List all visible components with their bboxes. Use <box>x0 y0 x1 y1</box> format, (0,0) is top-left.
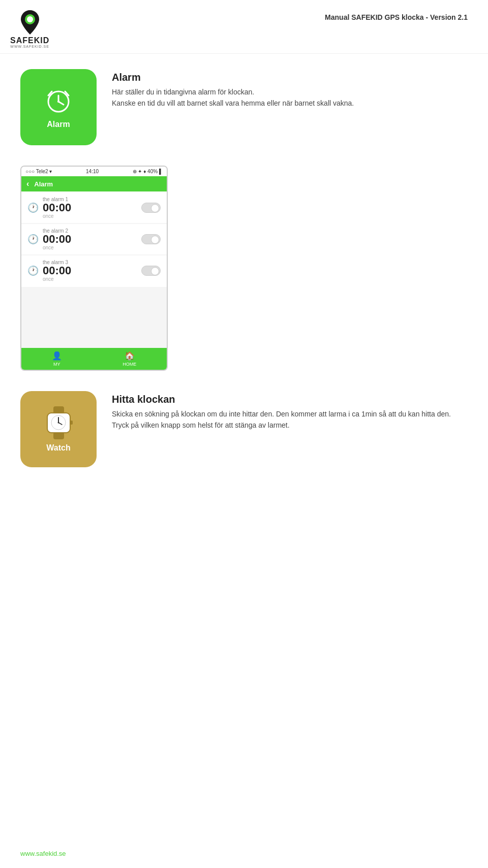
footer-url: www.safekid.se <box>20 850 66 857</box>
phone-screen-title: Alarm <box>34 180 53 188</box>
alarm-section: Alarm Alarm Här ställer du in tidangivna… <box>20 69 468 145</box>
alarm-icon-box: Alarm <box>20 69 97 145</box>
svg-rect-8 <box>53 406 64 413</box>
watch-section-title: Hitta klockan <box>112 394 468 405</box>
phone-nav-bar: ‹ Alarm <box>21 176 167 191</box>
alarm-item-1[interactable]: 🕐 the alarm 1 00:00 once <box>21 192 167 223</box>
status-icons: ⊕ ✦ ♦ 40% ▌ <box>133 169 163 174</box>
alarm-3-time: 00:00 <box>43 265 71 276</box>
phone-empty-area <box>21 287 167 348</box>
logo-sub: WWW.SAFEKID.SE <box>10 45 49 48</box>
phone-mockup: ○○○ Tele2 ▾ 14:10 ⊕ ✦ ♦ 40% ▌ ‹ Alarm 🕐 … <box>20 166 168 371</box>
svg-point-14 <box>57 422 59 423</box>
alarm-section-title: Alarm <box>112 72 468 83</box>
alarm-2-toggle[interactable] <box>141 234 161 244</box>
alarm-item-2-left: 🕐 the alarm 2 00:00 once <box>27 228 71 250</box>
manual-title: Manual SAFEKID GPS klocka - Version 2.1 <box>325 9 468 21</box>
alarm-section-body: Här ställer du in tidangivna alarm för k… <box>112 86 468 109</box>
svg-point-5 <box>57 101 59 103</box>
back-arrow-icon[interactable]: ‹ <box>26 179 29 188</box>
alarm-clock-icon <box>43 85 74 116</box>
status-carrier: ○○○ Tele2 ▾ <box>25 169 52 174</box>
phone-nav-home-label: HOME <box>123 362 136 367</box>
watch-icon-box: Watch <box>20 391 97 467</box>
alarm-1-toggle[interactable] <box>141 203 161 213</box>
logo-text: SAFEKID <box>10 37 49 45</box>
alarm-1-info: the alarm 1 00:00 once <box>43 197 71 219</box>
phone-nav-my-label: MY <box>53 362 60 367</box>
alarm-3-repeat: once <box>43 276 71 282</box>
phone-bottom-nav: 👤 MY 🏠 HOME <box>21 348 167 370</box>
watch-icon-label: Watch <box>46 443 70 453</box>
logo-area: SAFEKID WWW.SAFEKID.SE <box>10 9 49 48</box>
main-content: Alarm Alarm Här ställer du in tidangivna… <box>0 54 488 503</box>
my-icon: 👤 <box>52 351 62 361</box>
svg-point-1 <box>27 16 33 22</box>
alarm-1-repeat: once <box>43 213 71 219</box>
alarm-2-clock-icon: 🕐 <box>27 234 39 245</box>
alarm-list: 🕐 the alarm 1 00:00 once 🕐 the alarm 2 0… <box>21 192 167 286</box>
alarm-item-3-left: 🕐 the alarm 3 00:00 once <box>27 260 71 282</box>
alarm-3-toggle[interactable] <box>141 266 161 276</box>
alarm-3-clock-icon: 🕐 <box>27 265 39 276</box>
svg-rect-15 <box>70 421 73 425</box>
home-icon: 🏠 <box>125 351 135 361</box>
alarm-item-1-left: 🕐 the alarm 1 00:00 once <box>27 197 71 219</box>
safekid-logo-icon <box>18 9 42 36</box>
watch-section-text: Hitta klockan Skicka en sökning på klock… <box>112 391 468 431</box>
page-header: SAFEKID WWW.SAFEKID.SE Manual SAFEKID GP… <box>0 0 488 54</box>
alarm-item-3[interactable]: 🕐 the alarm 3 00:00 once <box>21 255 167 286</box>
alarm-3-info: the alarm 3 00:00 once <box>43 260 71 282</box>
alarm-section-text: Alarm Här ställer du in tidangivna alarm… <box>112 69 468 109</box>
watch-section-body: Skicka en sökning på klockan om du inte … <box>112 408 468 431</box>
alarm-2-info: the alarm 2 00:00 once <box>43 228 71 250</box>
watch-section: Watch Hitta klockan Skicka en sökning på… <box>20 391 468 467</box>
alarm-2-repeat: once <box>43 245 71 250</box>
alarm-icon-label: Alarm <box>47 120 70 129</box>
alarm-2-time: 00:00 <box>43 234 71 245</box>
alarm-item-2[interactable]: 🕐 the alarm 2 00:00 once <box>21 224 167 254</box>
phone-nav-home[interactable]: 🏠 HOME <box>123 351 136 367</box>
alarm-1-time: 00:00 <box>43 202 71 213</box>
alarm-1-clock-icon: 🕐 <box>27 202 39 213</box>
footer: www.safekid.se <box>20 849 66 858</box>
svg-rect-9 <box>53 432 64 439</box>
phone-nav-my[interactable]: 👤 MY <box>52 351 62 367</box>
status-time: 14:10 <box>86 169 99 174</box>
phone-status-bar: ○○○ Tele2 ▾ 14:10 ⊕ ✦ ♦ 40% ▌ <box>21 167 167 176</box>
watch-icon <box>45 406 73 439</box>
